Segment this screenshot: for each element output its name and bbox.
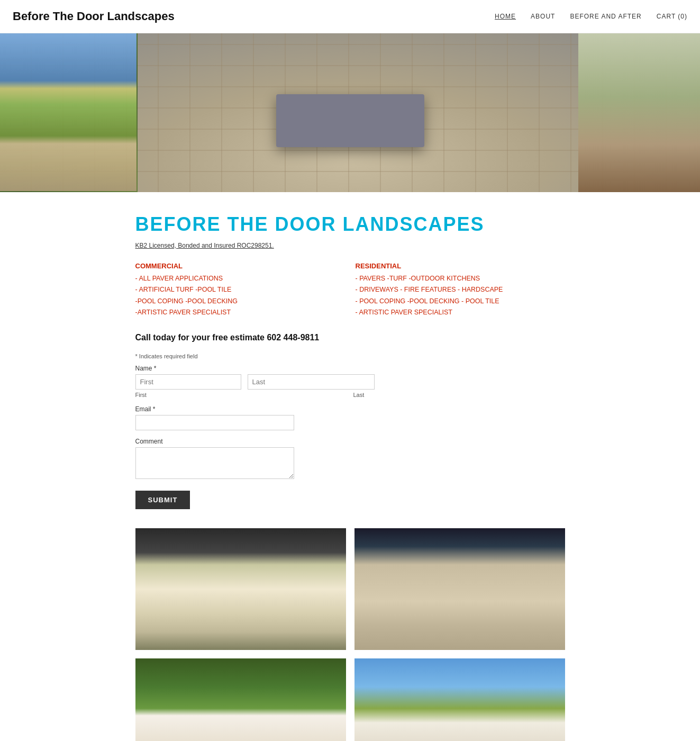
photo-grid xyxy=(135,528,565,741)
name-row xyxy=(135,374,565,390)
email-group: Email * xyxy=(135,405,565,430)
nav-home[interactable]: HOME xyxy=(495,13,516,20)
first-name-input[interactable] xyxy=(135,374,241,390)
hero-section xyxy=(0,33,700,192)
services-section: COMMERCIAL - ALL PAVER APPLICATIONS - AR… xyxy=(135,262,565,318)
contact-form: * Indicates required field Name * First … xyxy=(135,353,565,528)
commercial-list: - ALL PAVER APPLICATIONS - ARTIFICIAL TU… xyxy=(135,273,345,318)
name-sublabels: First Last xyxy=(135,392,565,398)
list-item: - ARTIFICIAL TURF -POOL TILE xyxy=(135,284,345,295)
residential-heading: RESIDENTIAL xyxy=(356,262,565,270)
comment-label: Comment xyxy=(135,438,565,445)
list-item: -ARTISTIC PAVER SPECIALIST xyxy=(135,307,345,318)
commercial-services: COMMERCIAL - ALL PAVER APPLICATIONS - AR… xyxy=(135,262,345,318)
last-name-input[interactable] xyxy=(248,374,375,390)
list-item: - ARTISTIC PAVER SPECIALIST xyxy=(356,307,565,318)
call-today-text: Call today for your free estimate 602 44… xyxy=(135,333,565,342)
required-note: * Indicates required field xyxy=(135,353,565,359)
site-logo[interactable]: Before The Door Landscapes xyxy=(13,10,175,23)
license-text: KB2 Licensed, Bonded and Insured ROC2982… xyxy=(135,242,565,249)
list-item: - POOL COPING -POOL DECKING - POOL TILE xyxy=(356,296,565,307)
name-group: Name * First Last xyxy=(135,365,565,398)
residential-list: - PAVERS -TURF -OUTDOOR KITCHENS - DRIVE… xyxy=(356,273,565,318)
nav-cart[interactable]: CART (0) xyxy=(657,13,687,20)
page-title: BEFORE THE DOOR LANDSCAPES xyxy=(135,213,565,236)
list-item: - PAVERS -TURF -OUTDOOR KITCHENS xyxy=(356,273,565,284)
hero-left-panel xyxy=(0,33,138,192)
hero-fire-feature xyxy=(276,94,424,147)
site-header: Before The Door Landscapes HOME ABOUT BE… xyxy=(0,0,700,33)
last-sublabel: Last xyxy=(353,392,565,398)
photo-1[interactable] xyxy=(135,528,346,650)
residential-services: RESIDENTIAL - PAVERS -TURF -OUTDOOR KITC… xyxy=(356,262,565,318)
hero-left-image xyxy=(0,33,137,191)
nav-before-after[interactable]: BEFORE AND AFTER xyxy=(570,13,641,20)
photo-4[interactable] xyxy=(354,658,565,741)
comment-group: Comment xyxy=(135,438,565,479)
main-nav: HOME ABOUT BEFORE AND AFTER CART (0) xyxy=(495,13,687,20)
name-label: Name * xyxy=(135,365,565,372)
email-input[interactable] xyxy=(135,415,294,430)
photo-3[interactable] xyxy=(135,658,346,741)
submit-button[interactable]: SUBMIT xyxy=(135,491,190,509)
nav-about[interactable]: ABOUT xyxy=(531,13,555,20)
comment-input[interactable] xyxy=(135,447,294,479)
commercial-heading: COMMERCIAL xyxy=(135,262,345,270)
photo-2[interactable] xyxy=(354,528,565,650)
list-item: - DRIVEWAYS - FIRE FEATURES - HARDSCAPE xyxy=(356,284,565,295)
hero-right-panel xyxy=(578,33,700,192)
first-sublabel: First xyxy=(135,392,347,398)
main-content: BEFORE THE DOOR LANDSCAPES KB2 Licensed,… xyxy=(123,192,578,741)
email-label: Email * xyxy=(135,405,565,413)
list-item: -POOL COPING -POOL DECKING xyxy=(135,296,345,307)
list-item: - ALL PAVER APPLICATIONS xyxy=(135,273,345,284)
